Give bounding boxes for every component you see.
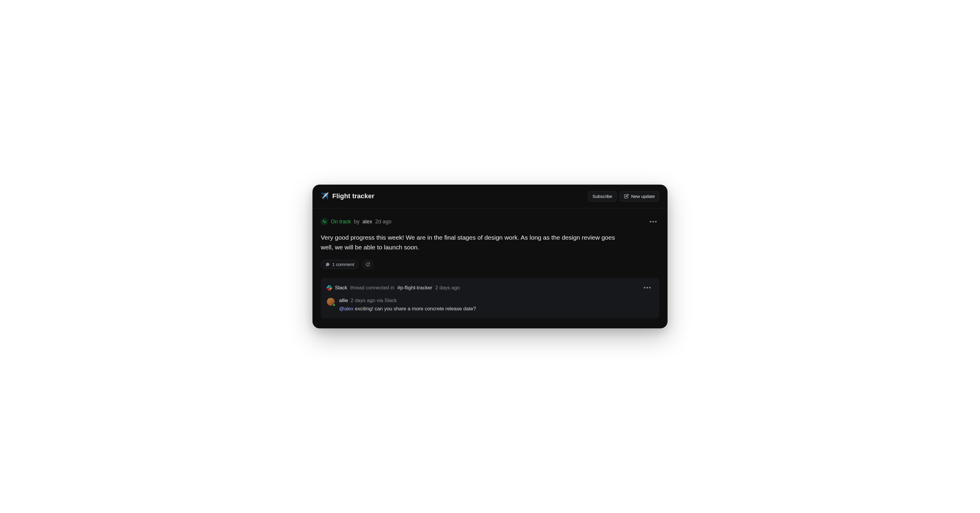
thread-header-left: Slack thread connected in #p-flight-trac… xyxy=(327,285,460,291)
update-time: 2d ago xyxy=(375,219,391,225)
new-update-button[interactable]: New update xyxy=(620,191,659,202)
status-label: On track xyxy=(331,219,351,225)
comment-author[interactable]: allie xyxy=(339,298,348,303)
card-body: On track by alex 2d ago ••• Very good pr… xyxy=(312,208,668,329)
thread-time: 2 days ago xyxy=(435,285,460,291)
card-header: ✈️ Flight tracker Subscribe New update xyxy=(312,184,668,208)
header-actions: Subscribe New update xyxy=(588,191,659,202)
comment-message: exciting! can you share a more concrete … xyxy=(355,306,476,311)
add-reaction-button[interactable] xyxy=(362,260,374,269)
status-badge-icon xyxy=(321,218,328,225)
plane-icon: ✈️ xyxy=(321,193,329,199)
thread-header: Slack thread connected in #p-flight-trac… xyxy=(327,283,653,292)
svg-point-0 xyxy=(366,263,369,266)
comment-time: 2 days ago xyxy=(351,298,375,303)
thread-source: Slack xyxy=(335,285,347,291)
thread-channel[interactable]: #p-flight-tracker xyxy=(398,285,432,291)
comments-button[interactable]: 1 comment xyxy=(321,260,359,269)
meta-row: 1 comment xyxy=(321,260,659,269)
status-row: On track by alex 2d ago ••• xyxy=(321,217,659,226)
edit-icon xyxy=(624,194,629,199)
update-body: Very good progress this week! We are in … xyxy=(321,233,628,252)
emoji-add-icon xyxy=(366,262,370,267)
presence-online-icon xyxy=(332,303,336,307)
comment-meta: allie 2 days ago via Slack xyxy=(339,298,476,303)
status-left: On track by alex 2d ago xyxy=(321,218,391,225)
avatar-wrap[interactable] xyxy=(327,298,335,306)
thread-connected-label: thread connected in xyxy=(350,285,395,291)
subscribe-label: Subscribe xyxy=(592,194,612,199)
subscribe-button[interactable]: Subscribe xyxy=(588,191,617,202)
slack-thread: Slack thread connected in #p-flight-trac… xyxy=(321,278,659,318)
activity-icon xyxy=(322,219,326,224)
more-menu-button[interactable]: ••• xyxy=(648,217,659,226)
title-wrap: ✈️ Flight tracker xyxy=(321,192,374,200)
comment-via: via Slack xyxy=(377,298,397,303)
comment-text: @alex exciting! can you share a more con… xyxy=(339,306,476,312)
comment-icon xyxy=(325,262,330,267)
comments-count-label: 1 comment xyxy=(332,262,354,267)
thread-comment: allie 2 days ago via Slack @alex excitin… xyxy=(327,298,653,312)
slack-icon xyxy=(327,285,332,291)
thread-more-button[interactable]: ••• xyxy=(642,283,653,292)
comment-body: allie 2 days ago via Slack @alex excitin… xyxy=(339,298,476,312)
by-label: by xyxy=(354,219,360,225)
mention[interactable]: @alex xyxy=(339,306,353,311)
update-author[interactable]: alex xyxy=(363,219,372,225)
project-update-card: ✈️ Flight tracker Subscribe New update xyxy=(312,184,668,329)
page-title: Flight tracker xyxy=(332,192,374,200)
new-update-label: New update xyxy=(631,194,655,199)
